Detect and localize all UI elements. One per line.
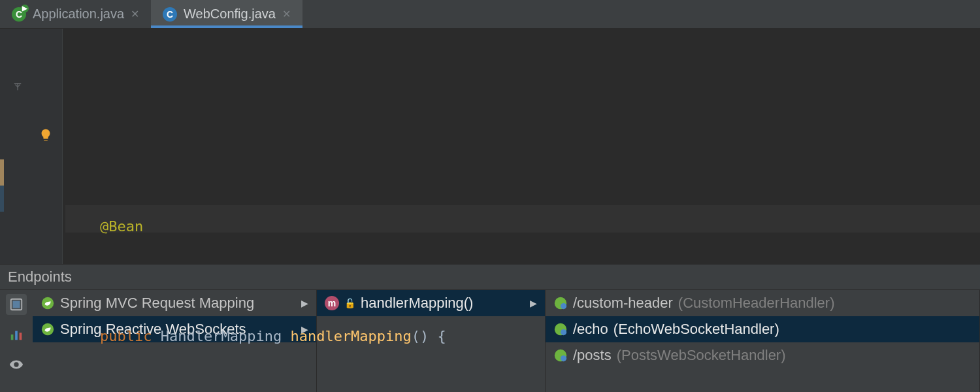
code-area[interactable]: @Bean public HandlerMapping handlerMappi…: [63, 29, 980, 264]
svg-rect-2: [11, 335, 14, 340]
svg-point-12: [561, 355, 566, 361]
lock-icon: 🔓: [344, 298, 355, 308]
visibility-icon[interactable]: [6, 354, 27, 375]
endpoint-item[interactable]: /custom-header (CustomHeaderHandler): [546, 290, 979, 316]
lightbulb-icon[interactable]: [39, 128, 53, 142]
endpoint-method-item[interactable]: m 🔓 handlerMapping() ▶: [317, 290, 545, 316]
svg-point-8: [561, 303, 566, 309]
endpoint-handler: CustomHeaderHandler: [683, 295, 830, 311]
java-run-icon: C: [12, 7, 26, 22]
editor: @Bean public HandlerMapping handlerMappi…: [0, 29, 980, 264]
svg-rect-4: [20, 333, 22, 340]
tab-application-java[interactable]: C Application.java ✕: [0, 0, 151, 28]
endpoint-method-label: handlerMapping(): [361, 295, 473, 312]
svg-rect-1: [13, 301, 20, 308]
endpoint-category-label: Spring MVC Request Mapping: [60, 295, 254, 312]
svg-rect-3: [15, 331, 18, 340]
chevron-right-icon: ▶: [301, 298, 308, 308]
tab-label: WebConfig.java: [184, 7, 276, 22]
endpoint-path: /custom-header: [573, 295, 673, 312]
method-icon: m: [325, 296, 339, 310]
endpoint-category-item[interactable]: Spring MVC Request Mapping ▶: [33, 290, 316, 316]
view-mode-icon[interactable]: [6, 294, 27, 315]
panel-title: Endpoints: [8, 269, 72, 286]
java-class-icon: C: [163, 7, 177, 22]
change-marker: [0, 186, 4, 212]
close-icon[interactable]: ✕: [282, 8, 291, 20]
spring-web-icon: [553, 348, 568, 363]
editor-tabbar: C Application.java ✕ C WebConfig.java ✕: [0, 0, 980, 29]
fold-icon[interactable]: [13, 80, 22, 89]
spring-icon: [41, 322, 55, 336]
close-icon[interactable]: ✕: [131, 8, 139, 20]
code-annotation: @Bean: [100, 218, 143, 235]
tab-label: Application.java: [33, 7, 124, 22]
editor-gutter[interactable]: [0, 29, 63, 264]
tab-webconfig-java[interactable]: C WebConfig.java ✕: [151, 0, 302, 28]
panel-tool-strip: [0, 290, 33, 392]
spring-web-icon: [553, 296, 568, 310]
change-marker: [0, 159, 4, 186]
chart-icon[interactable]: [6, 324, 27, 345]
chevron-right-icon: ▶: [530, 298, 537, 308]
spring-icon: [41, 296, 55, 310]
